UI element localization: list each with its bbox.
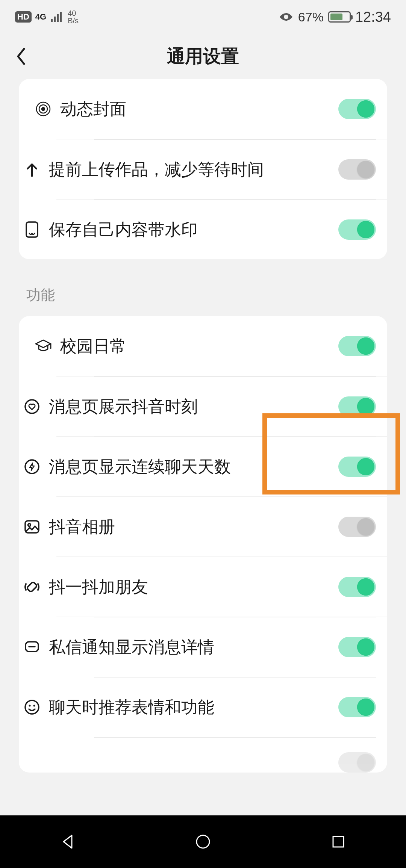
svg-point-10: [25, 700, 39, 714]
svg-rect-8: [27, 581, 37, 592]
toggle-emoji-suggest[interactable]: [338, 697, 376, 717]
android-nav-bar: [0, 815, 406, 868]
setting-album[interactable]: 抖音相册: [56, 496, 387, 556]
chat-icon: [19, 640, 45, 655]
toggle-dm-detail[interactable]: [338, 637, 376, 657]
setting-partial[interactable]: [56, 737, 387, 773]
target-icon: [30, 101, 56, 117]
setting-label: 抖音相册: [45, 515, 338, 538]
section-label-features: 功能: [19, 259, 387, 316]
toggle-preupload[interactable]: [338, 159, 376, 180]
svg-rect-3: [26, 222, 38, 237]
setting-label: 私信通知显示消息详情: [45, 635, 338, 659]
shake-icon: [19, 579, 45, 595]
setting-campus[interactable]: 校园日常: [19, 316, 387, 376]
toggle-shake-friend[interactable]: [338, 577, 376, 597]
toggle-album[interactable]: [338, 517, 376, 537]
nav-back-button[interactable]: [53, 827, 83, 857]
settings-group-2: 校园日常 消息页展示抖音时刻 消息页显示连续聊天天数: [19, 316, 387, 773]
upload-icon: [19, 161, 45, 178]
data-speed: 40B/s: [68, 9, 79, 24]
gradcap-icon: [30, 339, 56, 354]
svg-point-11: [29, 705, 31, 706]
nav-recent-button[interactable]: [323, 827, 353, 857]
setting-label: 校园日常: [56, 334, 338, 358]
signal-bars-icon: [51, 12, 62, 22]
setting-watermark[interactable]: 保存自己内容带水印: [56, 199, 387, 259]
setting-label: 动态封面: [56, 97, 338, 121]
hd-badge: HD: [15, 11, 32, 23]
setting-preupload[interactable]: 提前上传作品，减少等待时间: [56, 139, 387, 199]
page-title: 通用设置: [0, 44, 406, 68]
svg-rect-14: [333, 836, 344, 847]
clock: 12:34: [355, 9, 391, 25]
setting-label: 消息页显示连续聊天天数: [45, 455, 338, 478]
svg-point-5: [25, 460, 39, 473]
svg-point-12: [33, 705, 35, 706]
photo-icon: [19, 519, 45, 534]
network-indicator: 4G: [35, 13, 46, 21]
toggle-campus[interactable]: [338, 336, 376, 356]
setting-label: 保存自己内容带水印: [45, 218, 338, 241]
setting-label: 聊天时推荐表情和功能: [45, 696, 338, 719]
toggle-chat-streak[interactable]: [338, 457, 376, 477]
setting-dm-detail[interactable]: 私信通知显示消息详情: [56, 617, 387, 677]
toggle-dynamic-cover[interactable]: [338, 99, 376, 119]
setting-dynamic-cover[interactable]: 动态封面: [19, 79, 387, 139]
face-icon: [19, 699, 45, 715]
back-button[interactable]: [15, 47, 38, 65]
setting-label: 抖一抖加朋友: [45, 575, 338, 599]
setting-shake-friend[interactable]: 抖一抖加朋友: [56, 556, 387, 617]
setting-label: 提前上传作品，减少等待时间: [45, 158, 338, 181]
toggle-douyin-moments[interactable]: [338, 396, 376, 417]
setting-label: 消息页展示抖音时刻: [45, 395, 338, 418]
heart-circle-icon: [19, 398, 45, 415]
watermark-icon: [19, 221, 45, 239]
svg-point-2: [42, 107, 45, 110]
toggle-partial[interactable]: [338, 752, 376, 773]
app-header: 通用设置: [0, 34, 406, 79]
battery-percent: 67%: [298, 10, 324, 24]
setting-chat-streak[interactable]: 消息页显示连续聊天天数: [56, 436, 387, 496]
nav-home-button[interactable]: [188, 827, 218, 857]
battery-icon: [328, 11, 351, 23]
settings-group-1: 动态封面 提前上传作品，减少等待时间 保存自己内容带水印: [19, 79, 387, 259]
svg-point-7: [28, 523, 31, 526]
eye-icon: [279, 12, 294, 22]
bolt-icon: [19, 458, 45, 475]
svg-point-13: [197, 835, 209, 848]
setting-emoji-suggest[interactable]: 聊天时推荐表情和功能: [56, 677, 387, 737]
svg-rect-6: [25, 521, 39, 533]
status-bar: HD 4G 40B/s 67% 12:34: [0, 0, 406, 34]
svg-point-4: [25, 400, 39, 413]
setting-douyin-moments[interactable]: 消息页展示抖音时刻: [56, 376, 387, 436]
toggle-watermark[interactable]: [338, 219, 376, 240]
